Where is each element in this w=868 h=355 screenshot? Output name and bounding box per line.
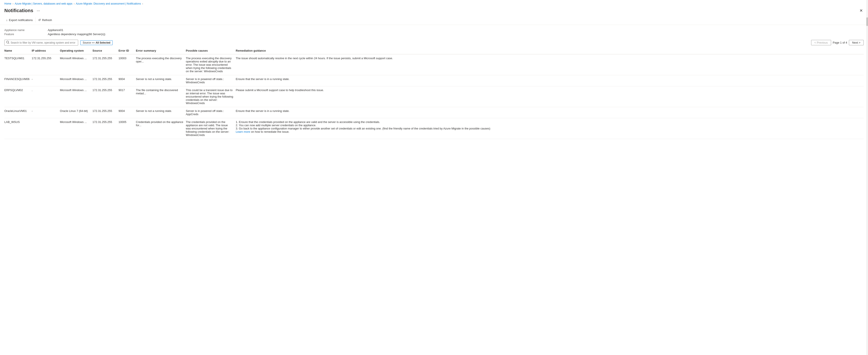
previous-button[interactable]: < Previous — [811, 40, 831, 45]
notifications-table: Name IP address Operating system Source … — [4, 47, 864, 139]
cell-causes: The process executing the discovery oper… — [186, 54, 236, 75]
breadcrumb-sep-2: › — [74, 2, 75, 5]
scrollbar-thumb[interactable] — [866, 18, 868, 26]
source-filter-tag[interactable]: Source == All Selected — [80, 40, 113, 45]
refresh-button[interactable]: ↺ Refresh — [36, 18, 54, 23]
feature-value: Agentless dependency mapping(66 Server(s… — [48, 33, 864, 36]
cell-causes: Server is in powered off state.: Windows… — [186, 75, 236, 86]
page-info: Page 1 of 4 — [833, 41, 847, 44]
col-header-remediation: Remediation guidance — [236, 47, 864, 54]
appliance-name-value: Appliance01 — [48, 28, 864, 32]
cell-source: 172.31.255.255 — [92, 118, 119, 139]
table-header: Name IP address Operating system Source … — [4, 47, 864, 54]
cell-error-id: 10003 — [119, 54, 136, 75]
page-header: Notifications ··· ✕ — [0, 6, 868, 16]
feature-label: Feature — [4, 33, 48, 36]
refresh-label: Refresh — [42, 19, 52, 22]
cell-error-id: 9004 — [119, 75, 136, 86]
cell-error-summary: Credentials provided on the appliance fo… — [136, 118, 186, 139]
appliance-name-label: Appliance name — [4, 28, 48, 32]
col-header-error-summary: Error summary — [136, 47, 186, 54]
cell-name: ERPSQLVM02 — [4, 86, 32, 107]
cell-error-summary: Server is not a running state. — [136, 75, 186, 86]
filter-bar: Source == All Selected < Previous Page 1… — [0, 38, 868, 47]
breadcrumb-sep-1: › — [12, 2, 13, 5]
cell-error-summary: The process executing the discovery oper… — [136, 54, 186, 75]
cell-source: 172.31.255.255 — [92, 54, 119, 75]
cell-error-summary: The file containing the discovered metad… — [136, 86, 186, 107]
scrollbar-track[interactable] — [866, 0, 868, 139]
filter-tag-value: All Selected — [95, 41, 110, 44]
cell-error-id: 9017 — [119, 86, 136, 107]
cell-error-id: 10005 — [119, 118, 136, 139]
breadcrumb-notifications[interactable]: Azure Migrate: Discovery and assessment … — [76, 2, 141, 5]
cell-os: Microsoft Windows ... — [60, 118, 92, 139]
col-header-ip: IP address — [32, 47, 60, 54]
search-input[interactable] — [11, 41, 76, 44]
more-options-button[interactable]: ··· — [35, 8, 41, 13]
breadcrumb-home[interactable]: Home — [4, 2, 11, 5]
cell-remediation: 1. Ensure that the credentials provided … — [236, 118, 864, 139]
learn-more-link[interactable]: Learn more — [236, 130, 250, 133]
search-box[interactable] — [4, 40, 78, 45]
page-title: Notifications — [4, 8, 33, 13]
col-header-source: Source — [92, 47, 119, 54]
table-row: OracleLinuxVM01 - Oracle Linux 7 (64-bit… — [4, 107, 864, 118]
cell-os: Microsoft Windows ... — [60, 54, 92, 75]
cell-remediation: The issue should automatically resolve i… — [236, 54, 864, 75]
table-row: ERPSQLVM02 . Microsoft Windows ... 172.3… — [4, 86, 864, 107]
table-row: FINANCESQLVM06 - Microsoft Windows ... 1… — [4, 75, 864, 86]
refresh-icon: ↺ — [38, 18, 41, 22]
cell-name: OracleLinuxVM01 — [4, 107, 32, 118]
col-header-os: Operating system — [60, 47, 92, 54]
cell-ip: . — [32, 86, 60, 107]
search-icon — [6, 41, 9, 44]
cell-error-id: 9004 — [119, 107, 136, 118]
cell-source: 172.31.255.255 — [92, 107, 119, 118]
cell-ip: - — [32, 107, 60, 118]
cell-error-summary: Server is not a running state. — [136, 107, 186, 118]
cell-name: FINANCESQLVM06 — [4, 75, 32, 86]
cell-name: LAB_WSUS — [4, 118, 32, 139]
cell-remediation: Ensure that the server is in a running s… — [236, 75, 864, 86]
table-row: TESTSQLVM01 172.31.255.255 Microsoft Win… — [4, 54, 864, 75]
pagination: < Previous Page 1 of 4 Next > — [811, 40, 864, 45]
breadcrumb-servers[interactable]: Azure Migrate | Servers, databases and w… — [15, 2, 72, 5]
cell-os: Oracle Linux 7 (64-bit) — [60, 107, 92, 118]
table-body: TESTSQLVM01 172.31.255.255 Microsoft Win… — [4, 54, 864, 139]
cell-ip — [32, 118, 60, 139]
next-button[interactable]: Next > — [849, 40, 864, 45]
cell-ip: 172.31.255.255 — [32, 54, 60, 75]
cell-name: TESTSQLVM01 — [4, 54, 32, 75]
cell-source: 172.31.255.255 — [92, 75, 119, 86]
table-row: LAB_WSUS Microsoft Windows ... 172.31.25… — [4, 118, 864, 139]
export-icon: ↓ — [6, 18, 8, 22]
cell-remediation: Ensure that the server is in a running s… — [236, 107, 864, 118]
col-header-error-id: Error ID — [119, 47, 136, 54]
cell-os: Microsoft Windows ... — [60, 86, 92, 107]
cell-causes: Server is in powered off state.: AppCred… — [186, 107, 236, 118]
col-header-name: Name — [4, 47, 32, 54]
filter-tag-key: Source == — [83, 41, 95, 44]
breadcrumb: Home › Azure Migrate | Servers, database… — [0, 0, 868, 6]
toolbar: ↓ Export notifications ↺ Refresh — [0, 16, 868, 25]
export-label: Export notifications — [9, 19, 33, 22]
cell-os: Microsoft Windows ... — [60, 75, 92, 86]
breadcrumb-sep-3: › — [142, 2, 143, 5]
col-header-causes: Possible causes — [186, 47, 236, 54]
meta-section: Appliance name Appliance01 Feature Agent… — [0, 25, 868, 38]
cell-ip: - — [32, 75, 60, 86]
toolbar-divider — [35, 18, 36, 23]
cell-causes: This could be a transient issue due to a… — [186, 86, 236, 107]
table-container: Name IP address Operating system Source … — [0, 47, 868, 139]
cell-causes: The credentials provided on the applianc… — [186, 118, 236, 139]
close-button[interactable]: ✕ — [859, 7, 864, 14]
cell-source: 172.31.255.255 — [92, 86, 119, 107]
filter-left: Source == All Selected — [4, 40, 113, 45]
svg-line-1 — [8, 43, 9, 43]
export-notifications-button[interactable]: ↓ Export notifications — [4, 18, 34, 23]
cell-remediation: Please submit a Microsoft support case t… — [236, 86, 864, 107]
